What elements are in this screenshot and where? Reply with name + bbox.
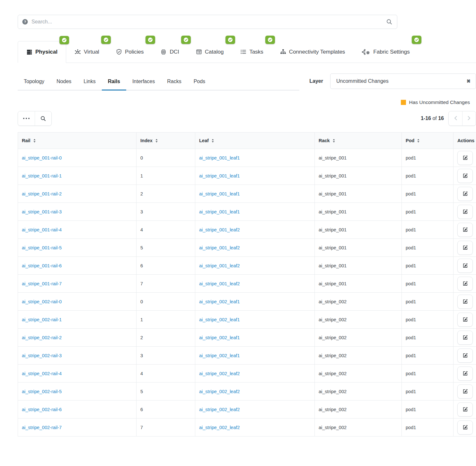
rail-cell: ai_stripe_001-rail-0 xyxy=(18,149,137,167)
uncommitted-legend: Has Uncommitted Changes xyxy=(0,99,470,105)
edit-rail-button[interactable] xyxy=(457,277,473,291)
rack-cell: ai_stripe_002 xyxy=(315,347,402,365)
tab-physical[interactable]: Physical xyxy=(18,41,66,63)
actions-cell xyxy=(454,293,476,311)
column-header-leaf[interactable]: Leaf xyxy=(195,133,315,149)
subtab-nodes[interactable]: Nodes xyxy=(50,74,77,91)
tab-dci[interactable]: DCI xyxy=(152,41,187,63)
rail-link[interactable]: ai_stripe_001-rail-6 xyxy=(22,263,62,268)
more-actions-button[interactable] xyxy=(18,111,35,125)
leaf-link[interactable]: ai_stripe_001_leaf2 xyxy=(199,281,240,286)
edit-rail-button[interactable] xyxy=(457,151,473,165)
rack-cell: ai_stripe_002 xyxy=(315,329,402,347)
legend-label: Has Uncommitted Changes xyxy=(409,99,470,105)
rail-link[interactable]: ai_stripe_001-rail-5 xyxy=(22,245,62,250)
rail-link[interactable]: ai_stripe_001-rail-1 xyxy=(22,173,62,178)
edit-rail-button[interactable] xyxy=(457,169,473,183)
edit-icon xyxy=(463,227,468,232)
edit-icon xyxy=(463,371,468,376)
rail-link[interactable]: ai_stripe_002-rail-2 xyxy=(22,335,62,340)
rail-cell: ai_stripe_002-rail-0 xyxy=(18,293,137,311)
rail-link[interactable]: ai_stripe_001-rail-4 xyxy=(22,227,62,232)
main-tab-bar: Physical Virtual Policies DCI xyxy=(18,41,476,63)
rail-link[interactable]: ai_stripe_001-rail-0 xyxy=(22,155,62,160)
table-search-button[interactable] xyxy=(35,111,51,125)
leaf-link[interactable]: ai_stripe_001_leaf1 xyxy=(199,155,240,160)
leaf-link[interactable]: ai_stripe_002_leaf1 xyxy=(199,353,240,358)
subtab-racks[interactable]: Racks xyxy=(161,74,187,91)
leaf-link[interactable]: ai_stripe_001_leaf2 xyxy=(199,245,240,250)
actions-cell xyxy=(454,239,476,257)
edit-rail-button[interactable] xyxy=(457,384,473,399)
edit-rail-button[interactable] xyxy=(457,187,473,201)
pagination-range: 1-16 xyxy=(421,116,431,121)
leaf-link[interactable]: ai_stripe_001_leaf2 xyxy=(199,227,240,232)
tab-policies[interactable]: Policies xyxy=(108,41,152,63)
edit-rail-button[interactable] xyxy=(457,402,473,417)
rack-cell: ai_stripe_001 xyxy=(315,167,402,185)
layer-selected-value: Uncommitted Changes xyxy=(336,78,466,84)
column-header-pod[interactable]: Pod xyxy=(402,133,454,149)
rail-link[interactable]: ai_stripe_002-rail-7 xyxy=(22,425,62,430)
leaf-link[interactable]: ai_stripe_001_leaf1 xyxy=(199,191,240,196)
pod-cell: pod1 xyxy=(402,257,454,275)
rail-link[interactable]: ai_stripe_002-rail-5 xyxy=(22,389,62,394)
column-header-index[interactable]: Index xyxy=(137,133,195,149)
subtab-topology[interactable]: Topology xyxy=(18,74,50,91)
leaf-link[interactable]: ai_stripe_002_leaf2 xyxy=(199,407,240,412)
rail-link[interactable]: ai_stripe_001-rail-7 xyxy=(22,281,62,286)
leaf-link[interactable]: ai_stripe_001_leaf1 xyxy=(199,173,240,178)
leaf-cell: ai_stripe_001_leaf1 xyxy=(195,203,315,221)
rail-link[interactable]: ai_stripe_002-rail-4 xyxy=(22,371,62,376)
edit-rail-button[interactable] xyxy=(457,241,473,255)
rail-link[interactable]: ai_stripe_002-rail-1 xyxy=(22,317,62,322)
next-page-button[interactable] xyxy=(462,111,476,125)
sort-icon xyxy=(417,139,420,143)
leaf-link[interactable]: ai_stripe_001_leaf2 xyxy=(199,263,240,268)
pagination-of: of xyxy=(432,116,436,121)
help-circle-icon[interactable]: ? xyxy=(22,19,28,25)
edit-rail-button[interactable] xyxy=(457,223,473,237)
edit-rail-button[interactable] xyxy=(457,205,473,219)
clear-layer-icon[interactable]: ✖ xyxy=(466,78,471,84)
rail-link[interactable]: ai_stripe_001-rail-3 xyxy=(22,209,62,214)
rail-link[interactable]: ai_stripe_002-rail-3 xyxy=(22,353,62,358)
search-input[interactable] xyxy=(31,19,386,25)
edit-rail-button[interactable] xyxy=(457,295,473,309)
index-cell: 7 xyxy=(137,275,195,293)
rail-link[interactable]: ai_stripe_002-rail-6 xyxy=(22,407,62,412)
leaf-link[interactable]: ai_stripe_002_leaf1 xyxy=(199,335,240,340)
leaf-link[interactable]: ai_stripe_002_leaf1 xyxy=(199,299,240,304)
tab-tasks[interactable]: Tasks xyxy=(232,41,271,63)
edit-rail-button[interactable] xyxy=(457,349,473,363)
leaf-link[interactable]: ai_stripe_002_leaf2 xyxy=(199,371,240,376)
tab-catalog[interactable]: Catalog xyxy=(188,41,232,63)
edit-rail-button[interactable] xyxy=(457,367,473,381)
chevron-left-icon xyxy=(454,116,457,121)
column-header-rack[interactable]: Rack xyxy=(315,133,402,149)
leaf-link[interactable]: ai_stripe_002_leaf1 xyxy=(199,317,240,322)
subtab-links[interactable]: Links xyxy=(77,74,101,91)
search-icon[interactable] xyxy=(386,19,392,25)
subtab-rails[interactable]: Rails xyxy=(102,74,126,91)
edit-rail-button[interactable] xyxy=(457,313,473,327)
leaf-cell: ai_stripe_001_leaf2 xyxy=(195,221,315,239)
layer-select[interactable]: Uncommitted Changes ✖ xyxy=(330,73,476,89)
rail-link[interactable]: ai_stripe_002-rail-0 xyxy=(22,299,62,304)
leaf-link[interactable]: ai_stripe_002_leaf2 xyxy=(199,389,240,394)
previous-page-button[interactable] xyxy=(449,111,462,125)
subtab-interfaces[interactable]: Interfaces xyxy=(126,74,161,91)
orange-swatch-icon xyxy=(401,100,406,105)
edit-rail-button[interactable] xyxy=(457,331,473,345)
subtab-pods[interactable]: Pods xyxy=(188,74,211,91)
leaf-link[interactable]: ai_stripe_002_leaf2 xyxy=(199,425,240,430)
pod-cell: pod1 xyxy=(402,419,454,436)
rail-link[interactable]: ai_stripe_001-rail-2 xyxy=(22,191,62,196)
tab-fabric-settings[interactable]: Fabric Settings xyxy=(353,41,418,63)
edit-rail-button[interactable] xyxy=(457,420,473,435)
edit-rail-button[interactable] xyxy=(457,259,473,273)
leaf-link[interactable]: ai_stripe_001_leaf1 xyxy=(199,209,240,214)
tab-virtual[interactable]: Virtual xyxy=(66,41,108,63)
column-header-rail[interactable]: Rail xyxy=(18,133,137,149)
tab-connectivity-templates[interactable]: Connectivity Templates xyxy=(272,41,354,63)
